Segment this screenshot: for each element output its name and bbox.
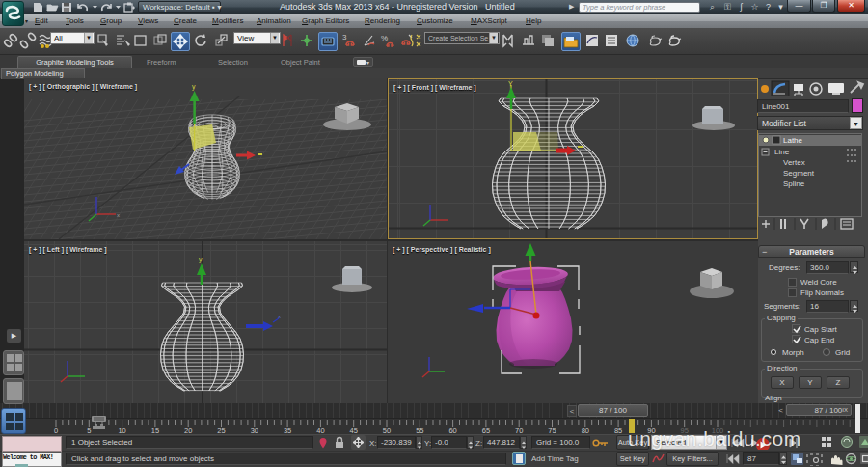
svg-text:80: 80 xyxy=(582,426,589,434)
svg-text:20: 20 xyxy=(184,426,192,434)
svg-text:45: 45 xyxy=(350,426,358,434)
svg-text:75: 75 xyxy=(548,426,556,434)
svg-text:55: 55 xyxy=(416,426,423,434)
svg-text:3: 3 xyxy=(342,33,347,41)
svg-text:0: 0 xyxy=(54,426,58,434)
svg-text:%: % xyxy=(381,34,388,42)
svg-text:y: y xyxy=(192,83,196,91)
svg-text:30: 30 xyxy=(251,426,258,434)
svg-text:25: 25 xyxy=(217,426,225,434)
svg-text:65: 65 xyxy=(482,426,490,434)
svg-text:60: 60 xyxy=(448,426,456,434)
svg-text:70: 70 xyxy=(515,426,523,434)
svg-text:85: 85 xyxy=(614,426,622,434)
svg-text:Y: Y xyxy=(508,80,513,87)
svg-text:35: 35 xyxy=(284,426,291,434)
svg-text:40: 40 xyxy=(316,426,324,434)
svg-text:x: x xyxy=(117,212,120,218)
svg-text:50: 50 xyxy=(383,426,391,434)
svg-text:15: 15 xyxy=(151,426,159,434)
svg-text:10: 10 xyxy=(118,426,125,434)
svg-text:y: y xyxy=(199,256,203,263)
svg-text:x: x xyxy=(278,314,281,319)
